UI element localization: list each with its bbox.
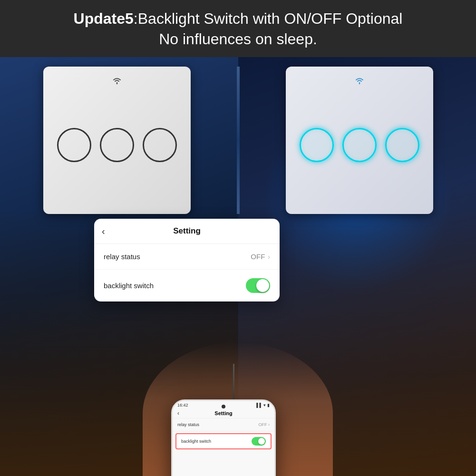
header-subtitle: No influences on sleep. (10, 29, 466, 49)
touch-circle-2-on[interactable] (342, 128, 377, 162)
phone-relay-label: relay status (177, 422, 199, 427)
phone-relay-value[interactable]: OFF › (259, 422, 270, 427)
header-banner: Update5:Backlight Switch with ON/OFF Opt… (0, 0, 476, 57)
header-title-main: Backlight Switch with ON/OFF Optional (138, 10, 403, 27)
switch-panel-off (43, 67, 191, 214)
settings-row-backlight: backlight switch (94, 270, 280, 301)
phone-app-header: ‹ Setting (173, 408, 274, 418)
backlight-toggle[interactable] (246, 278, 270, 293)
phone-back-button[interactable]: ‹ (177, 410, 179, 417)
settings-header: ‹ Setting (94, 219, 280, 244)
backlight-switch-label: backlight switch (104, 282, 154, 290)
phone-backlight-toggle[interactable] (252, 437, 266, 446)
phone-screen: 16:42 ▌▌ ▾ ▮ ‹ Setting relay status OFF … (173, 401, 274, 476)
phone-signal-icons: ▌▌ ▾ ▮ (256, 403, 270, 408)
settings-card: ‹ Setting relay status OFF › backlight s… (94, 219, 280, 301)
touch-circle-2-off[interactable] (100, 128, 134, 162)
update-label: Update5 (74, 10, 134, 27)
main-scene: ‹ Setting relay status OFF › backlight s… (0, 57, 476, 476)
panel-divider (237, 67, 240, 214)
touch-circle-1-off[interactable] (57, 128, 91, 162)
relay-status-text: OFF (251, 253, 265, 261)
switch-panels-row (43, 67, 433, 214)
wifi-icon-right (354, 77, 365, 87)
settings-back-button[interactable]: ‹ (102, 226, 105, 237)
touch-circle-3-off[interactable] (143, 128, 177, 162)
wifi-icon-left (112, 77, 122, 87)
phone-backlight-label: backlight switch (181, 439, 211, 444)
touch-circles-off (57, 128, 177, 162)
touch-circle-3-on[interactable] (385, 128, 419, 162)
phone-app-title: Setting (214, 410, 232, 416)
phone-time: 16:42 (177, 403, 188, 408)
phone-camera (222, 405, 225, 408)
phone-toggle-knob (258, 438, 265, 445)
phone-relay-row: relay status OFF › (173, 418, 274, 431)
touch-circle-1-on[interactable] (300, 128, 334, 162)
phone-backlight-row[interactable]: backlight switch (175, 433, 272, 449)
toggle-knob (256, 279, 269, 292)
touch-circles-on (300, 128, 419, 162)
switch-panel-on (286, 67, 433, 214)
header-title: Update5:Backlight Switch with ON/OFF Opt… (10, 9, 466, 29)
settings-row-relay: relay status OFF › (94, 244, 280, 270)
relay-status-label: relay status (104, 253, 140, 261)
settings-title: Setting (173, 226, 201, 235)
relay-status-value[interactable]: OFF › (251, 253, 270, 261)
phone-mockup: 16:42 ▌▌ ▾ ▮ ‹ Setting relay status OFF … (171, 399, 276, 476)
relay-chevron-icon: › (268, 253, 270, 261)
